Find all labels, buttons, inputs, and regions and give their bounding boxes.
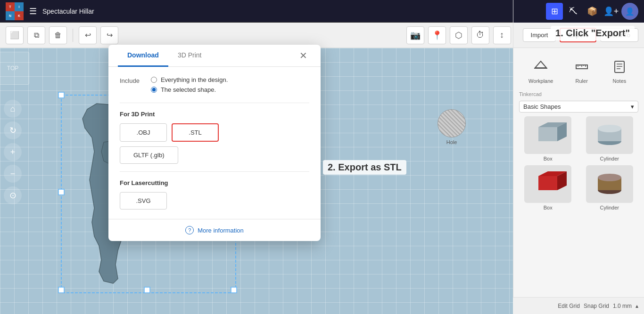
shape-item-cylinder-grey[interactable]: Cylinder (581, 116, 639, 161)
svg-rect-7 (58, 189, 64, 195)
radio-everything-input[interactable] (151, 77, 157, 83)
workplane-icon (531, 57, 550, 76)
snap-chevron-icon: ▴ (636, 303, 638, 309)
left-panel: TOP ⌂ ↻ + − ⊙ (0, 48, 25, 208)
svg-point-26 (598, 125, 621, 132)
shape-item-cylinder-brown[interactable]: Cylinder (581, 165, 639, 210)
right-import-button[interactable]: Import (523, 28, 556, 42)
zoom-out-button[interactable]: − (4, 165, 22, 183)
home-view-button[interactable]: ⌂ (4, 100, 22, 118)
zoom-in-button[interactable]: + (4, 143, 22, 161)
radio-everything-option[interactable]: Everything in the design. (151, 76, 309, 83)
shape-item-box-red[interactable]: Box (519, 165, 577, 210)
modal-close-button[interactable]: ✕ (296, 50, 311, 61)
ruler-tool[interactable]: Ruler (572, 57, 591, 84)
rotate-view-button[interactable]: ↻ (4, 121, 22, 139)
for-lasercutting-label: For Lasercutting (120, 179, 309, 186)
tab-download[interactable]: Download (118, 45, 168, 67)
logo-cell-k: K (15, 11, 24, 20)
shapes-header: Tinkercad (519, 91, 638, 97)
svg-rect-17 (615, 61, 624, 72)
right-panel: ⊞ ⛏ 📦 👤+ 👤 Import Export Send To Workpla… (513, 0, 644, 314)
format-buttons-3dprint: .OBJ .STL (120, 123, 309, 142)
right-export-button[interactable]: Export (560, 28, 596, 42)
hole-label: Hole (446, 139, 457, 145)
shape-preview-box-grey (524, 116, 571, 154)
right-sendto-button[interactable]: Send To (600, 28, 638, 42)
svg-marker-27 (538, 176, 557, 190)
project-name: Spectacular Hillar (42, 8, 94, 15)
right-add-user-button[interactable]: 👤+ (603, 3, 619, 20)
notes-label: Notes (613, 78, 627, 84)
logo-cell-t: T (6, 2, 15, 11)
copy-tool-button[interactable]: ⧉ (27, 26, 45, 44)
redo-button[interactable]: ↪ (100, 26, 118, 44)
shape-name-box-red: Box (544, 205, 553, 210)
tab-3dprint[interactable]: 3D Print (168, 45, 211, 67)
workplane-tool[interactable]: Workplane (528, 57, 553, 84)
shape-item-box-grey[interactable]: Box (519, 116, 577, 161)
modal-body: Include Everything in the design. The se… (108, 67, 321, 219)
obj-button[interactable]: .OBJ (120, 123, 167, 142)
svg-point-32 (598, 174, 621, 181)
right-grid-button[interactable]: ⊞ (546, 3, 563, 20)
shapes-dropdown-chevron: ▾ (631, 103, 634, 110)
right-user-button[interactable]: 👤 (621, 3, 638, 20)
view-label-text: TOP (7, 65, 18, 72)
right-pickaxe-button[interactable]: ⛏ (565, 3, 582, 20)
more-info-link[interactable]: More information (198, 227, 244, 234)
shapes-dropdown-label: Basic Shapes (523, 103, 561, 110)
shape-preview-box-red (524, 165, 571, 203)
hole-object: Hole (438, 109, 466, 145)
svg-button[interactable]: .SVG (120, 192, 167, 209)
svg-rect-1 (58, 92, 64, 98)
delete-tool-button[interactable]: 🗑 (49, 26, 67, 44)
modal-tabs: Download 3D Print ✕ (108, 45, 321, 67)
right-top-icons: ⊞ ⛏ 📦 👤+ 👤 (544, 1, 640, 22)
right-panel-top: ⊞ ⛏ 📦 👤+ 👤 (513, 0, 644, 23)
right-box-button[interactable]: 📦 (584, 3, 601, 20)
include-label: Include (120, 77, 140, 84)
clock-button[interactable]: ⏱ (471, 26, 489, 44)
for-3dprint-section: For 3D Print .OBJ .STL GLTF (.glb) (120, 111, 309, 164)
svg-rect-4 (231, 287, 237, 293)
logo-cell-i: I (15, 2, 24, 11)
shapes-dropdown[interactable]: Basic Shapes ▾ (519, 101, 638, 113)
question-mark-icon: ? (185, 226, 194, 234)
list-icon[interactable]: ☰ (29, 6, 37, 16)
shape-name-cylinder-brown: Cylinder (600, 205, 619, 210)
bottom-right-bar: Edit Grid Snap Grid 1.0 mm ▴ (513, 297, 644, 314)
radio-selected-text: The selected shape. (161, 86, 216, 93)
logo-cell-n: N (6, 11, 15, 20)
for-lasercutting-section: For Lasercutting .SVG (120, 179, 309, 209)
mirror-button[interactable]: ↕ (493, 26, 511, 44)
radio-everything-text: Everything in the design. (161, 76, 228, 83)
stl-button[interactable]: .STL (172, 123, 219, 142)
view-top-label[interactable]: TOP (0, 52, 29, 85)
shapes-grid: Box Cylinder (519, 116, 638, 210)
shape-button[interactable]: ⬡ (450, 26, 468, 44)
radio-selected-input[interactable] (151, 87, 157, 93)
right-panel-main: Workplane Ruler Notes Tinkercad Basic Sh… (513, 48, 644, 314)
new-tool-button[interactable]: ⬜ (6, 26, 24, 44)
toolbar-separator-1 (73, 29, 73, 42)
gltf-button[interactable]: GLTF (.glb) (120, 146, 178, 164)
notes-tool[interactable]: Notes (610, 57, 629, 84)
orient-button[interactable]: ⊙ (4, 186, 22, 204)
panel-tools-row: Workplane Ruler Notes (519, 54, 638, 88)
section-divider-2 (120, 171, 309, 172)
svg-rect-6 (144, 287, 150, 293)
include-options: Everything in the design. The selected s… (151, 76, 309, 93)
radio-selected-option[interactable]: The selected shape. (151, 86, 309, 93)
shape-name-box-grey: Box (544, 156, 553, 161)
shape-preview-cylinder-grey (586, 116, 633, 154)
modal-footer[interactable]: ? More information (108, 219, 321, 241)
edit-grid-label: Edit Grid (558, 303, 580, 309)
undo-button[interactable]: ↩ (79, 26, 97, 44)
shape-preview-cylinder-brown (586, 165, 633, 203)
section-divider-1 (120, 103, 309, 103)
svg-marker-21 (538, 127, 557, 141)
pin-button[interactable]: 📍 (428, 26, 446, 44)
tinkercad-logo[interactable]: T I N K (6, 2, 24, 20)
camera-button[interactable]: 📷 (406, 26, 424, 44)
